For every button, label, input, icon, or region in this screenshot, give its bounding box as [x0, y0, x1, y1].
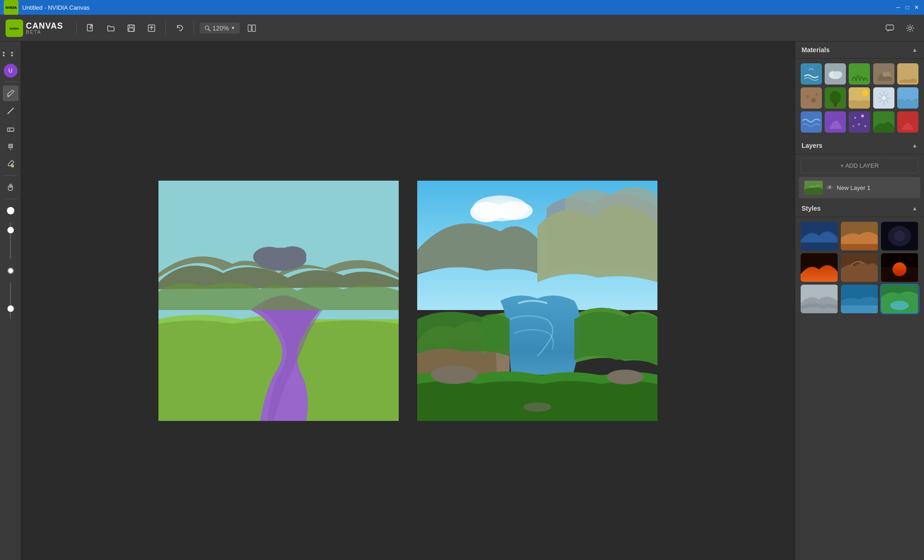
layers-header[interactable]: Layers ▲	[795, 137, 924, 154]
style-lakeview[interactable]	[881, 285, 918, 313]
material-grass[interactable]	[849, 63, 870, 85]
color-picker-tool[interactable]	[3, 156, 18, 171]
svg-point-26	[607, 370, 644, 384]
titlebar-left: NVIDIA Untitled - NVIDIA Canvas	[4, 0, 90, 15]
style-rocky-desert[interactable]	[841, 253, 878, 282]
brush-tool[interactable]	[3, 85, 18, 101]
style-blue-mountains[interactable]	[801, 222, 838, 250]
svg-point-54	[864, 125, 866, 127]
svg-rect-62	[841, 244, 878, 250]
material-sparkle[interactable]	[849, 111, 870, 133]
svg-point-14	[11, 164, 14, 167]
add-layer-button[interactable]: + ADD LAYER	[801, 158, 918, 173]
svg-rect-73	[841, 305, 878, 313]
hand-tool[interactable]	[3, 179, 18, 195]
style-sunset[interactable]	[881, 253, 918, 282]
layer-visibility-toggle[interactable]: 👁	[827, 184, 833, 191]
zoom-control[interactable]: 120% ▼	[200, 23, 240, 34]
svg-text:NVIDIA: NVIDIA	[10, 27, 19, 30]
material-waves[interactable]	[801, 111, 822, 133]
svg-point-44	[862, 90, 869, 96]
close-button[interactable]: ✕	[913, 4, 920, 11]
photo-canvas-panel	[417, 181, 657, 421]
layer-item-1[interactable]: 👁 New Layer 1	[799, 177, 920, 198]
svg-rect-33	[849, 63, 870, 85]
materials-title: Materials	[802, 46, 830, 54]
svg-point-46	[882, 96, 886, 100]
compare-button[interactable]	[243, 20, 260, 37]
material-sky[interactable]	[897, 87, 918, 109]
color-circle[interactable]	[3, 203, 18, 219]
svg-rect-50	[849, 111, 870, 133]
material-greenhill[interactable]	[873, 111, 894, 133]
svg-rect-5	[129, 28, 134, 31]
styles-title: Styles	[802, 205, 821, 212]
toolbar-separator-1	[76, 22, 77, 35]
fill-tool[interactable]	[3, 138, 18, 154]
titlebar: NVIDIA Untitled - NVIDIA Canvas ─ □ ✕	[0, 0, 924, 15]
svg-point-18	[279, 246, 306, 265]
maximize-button[interactable]: □	[904, 4, 911, 11]
segmentation-canvas-panel	[158, 181, 399, 421]
size-slider-thumb[interactable]	[7, 305, 14, 312]
layer-name: New Layer 1	[837, 184, 915, 191]
material-cloud[interactable]	[825, 63, 846, 85]
toolbar-separator-3	[194, 22, 194, 35]
material-tree[interactable]	[825, 87, 846, 109]
tool-separator-3	[4, 199, 17, 199]
user-avatar[interactable]: U	[4, 64, 18, 78]
material-rock[interactable]	[873, 63, 894, 85]
svg-rect-8	[248, 25, 251, 31]
svg-point-53	[858, 123, 860, 126]
material-beach[interactable]	[849, 87, 870, 109]
line-tool[interactable]	[3, 103, 18, 119]
material-purple[interactable]	[825, 111, 846, 133]
tool-separator-1	[4, 81, 17, 82]
svg-point-38	[811, 98, 816, 103]
feedback-button[interactable]	[881, 20, 898, 37]
brand-badge: BETA	[26, 30, 63, 35]
left-sidebar: U	[0, 42, 21, 560]
grid-tool[interactable]	[3, 46, 18, 62]
save-button[interactable]	[123, 20, 140, 37]
style-misty[interactable]	[801, 285, 838, 313]
material-red[interactable]	[897, 111, 918, 133]
svg-point-11	[909, 27, 912, 30]
undo-button[interactable]	[171, 20, 188, 37]
minimize-button[interactable]: ─	[894, 4, 902, 11]
material-snow[interactable]	[873, 87, 894, 109]
svg-point-25	[431, 365, 477, 384]
materials-chevron: ▲	[912, 47, 918, 53]
settings-button[interactable]	[902, 20, 918, 37]
layers-title: Layers	[802, 142, 822, 149]
style-desert[interactable]	[841, 222, 878, 250]
svg-point-32	[833, 71, 842, 77]
toolbar-separator-2	[165, 22, 166, 35]
materials-grid	[795, 59, 924, 137]
svg-point-41	[830, 91, 841, 104]
style-dark[interactable]	[881, 222, 918, 250]
material-dirt[interactable]	[801, 87, 822, 109]
open-button[interactable]	[103, 20, 119, 37]
brand-name: CANVAS	[26, 22, 63, 30]
export-button[interactable]	[143, 20, 160, 37]
tool-separator-2	[4, 175, 17, 176]
segmentation-canvas[interactable]	[158, 181, 399, 421]
new-button[interactable]	[82, 20, 99, 37]
opacity-slider-thumb[interactable]	[7, 227, 14, 233]
styles-header[interactable]: Styles ▲	[795, 200, 924, 217]
svg-point-52	[861, 115, 864, 117]
photo-canvas[interactable]	[417, 181, 657, 421]
material-water[interactable]	[801, 63, 822, 85]
svg-point-27	[523, 402, 551, 412]
styles-grid	[795, 217, 924, 318]
material-sand[interactable]	[897, 63, 918, 85]
layer-thumbnail	[804, 181, 823, 195]
eraser-tool[interactable]	[3, 121, 18, 136]
style-orange-mountains[interactable]	[801, 253, 838, 282]
materials-header[interactable]: Materials ▲	[795, 42, 924, 59]
svg-point-55	[853, 126, 854, 127]
titlebar-controls[interactable]: ─ □ ✕	[894, 4, 920, 11]
style-coastal[interactable]	[841, 285, 878, 313]
dot-indicator	[3, 263, 18, 279]
